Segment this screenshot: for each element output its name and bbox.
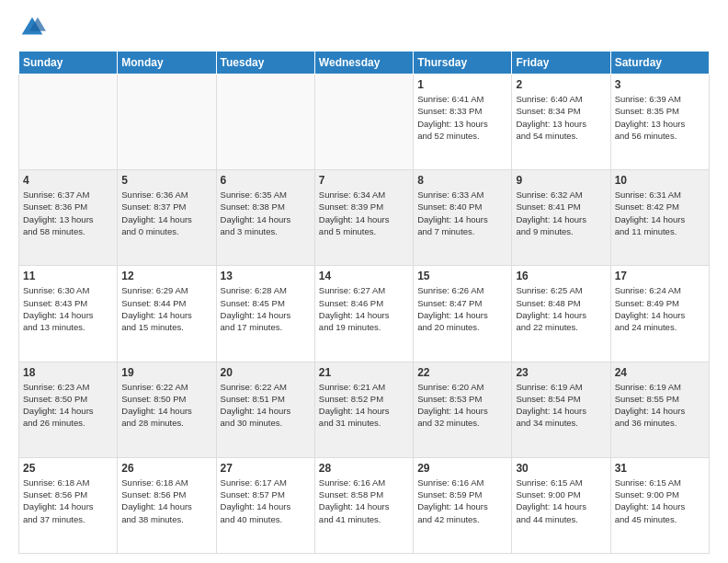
- day-cell: [216, 75, 314, 170]
- header: [18, 14, 710, 41]
- day-info: Sunrise: 6:37 AM Sunset: 8:36 PM Dayligh…: [23, 189, 113, 237]
- page: SundayMondayTuesdayWednesdayThursdayFrid…: [0, 0, 728, 563]
- day-cell: 31Sunrise: 6:15 AM Sunset: 9:00 PM Dayli…: [610, 457, 709, 553]
- day-number: 2: [516, 78, 606, 91]
- logo-icon: [18, 14, 46, 41]
- day-number: 10: [615, 174, 705, 187]
- day-number: 18: [23, 366, 113, 379]
- day-info: Sunrise: 6:16 AM Sunset: 8:59 PM Dayligh…: [417, 477, 507, 525]
- day-info: Sunrise: 6:41 AM Sunset: 8:33 PM Dayligh…: [417, 93, 507, 142]
- day-number: 25: [23, 462, 113, 475]
- day-info: Sunrise: 6:34 AM Sunset: 8:39 PM Dayligh…: [319, 189, 409, 237]
- day-number: 17: [615, 270, 705, 282]
- day-info: Sunrise: 6:25 AM Sunset: 8:48 PM Dayligh…: [516, 284, 606, 333]
- day-cell: 11Sunrise: 6:30 AM Sunset: 8:43 PM Dayli…: [19, 266, 118, 362]
- day-cell: 15Sunrise: 6:26 AM Sunset: 8:47 PM Dayli…: [414, 266, 512, 362]
- day-number: 22: [417, 366, 507, 379]
- header-wednesday: Wednesday: [314, 52, 413, 75]
- day-cell: 9Sunrise: 6:32 AM Sunset: 8:41 PM Daylig…: [512, 170, 610, 266]
- calendar-body: 1Sunrise: 6:41 AM Sunset: 8:33 PM Daylig…: [19, 75, 710, 554]
- logo: [18, 14, 51, 41]
- header-friday: Friday: [512, 52, 610, 75]
- week-row-3: 11Sunrise: 6:30 AM Sunset: 8:43 PM Dayli…: [19, 266, 710, 362]
- day-number: 15: [417, 270, 507, 282]
- day-info: Sunrise: 6:31 AM Sunset: 8:42 PM Dayligh…: [615, 189, 705, 237]
- day-number: 12: [121, 270, 211, 282]
- header-sunday: Sunday: [19, 52, 118, 75]
- day-info: Sunrise: 6:19 AM Sunset: 8:54 PM Dayligh…: [516, 381, 606, 430]
- day-number: 31: [615, 462, 705, 475]
- header-tuesday: Tuesday: [216, 52, 314, 75]
- day-cell: 1Sunrise: 6:41 AM Sunset: 8:33 PM Daylig…: [414, 75, 512, 170]
- day-info: Sunrise: 6:28 AM Sunset: 8:45 PM Dayligh…: [221, 284, 311, 333]
- day-cell: 13Sunrise: 6:28 AM Sunset: 8:45 PM Dayli…: [216, 266, 314, 362]
- header-monday: Monday: [118, 52, 216, 75]
- day-cell: 2Sunrise: 6:40 AM Sunset: 8:34 PM Daylig…: [512, 75, 610, 170]
- day-number: 27: [221, 462, 311, 475]
- day-number: 3: [615, 78, 705, 91]
- day-info: Sunrise: 6:22 AM Sunset: 8:51 PM Dayligh…: [221, 381, 311, 430]
- header-saturday: Saturday: [610, 52, 709, 75]
- day-number: 30: [516, 462, 606, 475]
- week-row-1: 1Sunrise: 6:41 AM Sunset: 8:33 PM Daylig…: [19, 75, 710, 170]
- day-cell: 22Sunrise: 6:20 AM Sunset: 8:53 PM Dayli…: [414, 362, 512, 457]
- day-cell: 14Sunrise: 6:27 AM Sunset: 8:46 PM Dayli…: [314, 266, 413, 362]
- day-info: Sunrise: 6:29 AM Sunset: 8:44 PM Dayligh…: [121, 284, 211, 333]
- day-info: Sunrise: 6:16 AM Sunset: 8:58 PM Dayligh…: [319, 477, 409, 525]
- day-number: 5: [121, 174, 211, 187]
- day-cell: 3Sunrise: 6:39 AM Sunset: 8:35 PM Daylig…: [610, 75, 709, 170]
- day-info: Sunrise: 6:35 AM Sunset: 8:38 PM Dayligh…: [221, 189, 311, 237]
- calendar-header: SundayMondayTuesdayWednesdayThursdayFrid…: [19, 52, 710, 75]
- day-number: 11: [23, 270, 113, 282]
- day-info: Sunrise: 6:24 AM Sunset: 8:49 PM Dayligh…: [615, 284, 705, 333]
- day-cell: 27Sunrise: 6:17 AM Sunset: 8:57 PM Dayli…: [216, 457, 314, 553]
- day-number: 16: [516, 270, 606, 282]
- day-number: 20: [221, 366, 311, 379]
- day-cell: 29Sunrise: 6:16 AM Sunset: 8:59 PM Dayli…: [414, 457, 512, 553]
- day-cell: [19, 75, 118, 170]
- day-cell: 21Sunrise: 6:21 AM Sunset: 8:52 PM Dayli…: [314, 362, 413, 457]
- day-cell: 28Sunrise: 6:16 AM Sunset: 8:58 PM Dayli…: [314, 457, 413, 553]
- day-cell: 24Sunrise: 6:19 AM Sunset: 8:55 PM Dayli…: [610, 362, 709, 457]
- day-cell: 17Sunrise: 6:24 AM Sunset: 8:49 PM Dayli…: [610, 266, 709, 362]
- day-number: 9: [516, 174, 606, 187]
- day-number: 29: [417, 462, 507, 475]
- day-number: 8: [417, 174, 507, 187]
- day-number: 24: [615, 366, 705, 379]
- day-info: Sunrise: 6:18 AM Sunset: 8:56 PM Dayligh…: [23, 477, 113, 525]
- day-cell: 7Sunrise: 6:34 AM Sunset: 8:39 PM Daylig…: [314, 170, 413, 266]
- day-cell: [118, 75, 216, 170]
- day-number: 4: [23, 174, 113, 187]
- day-cell: 23Sunrise: 6:19 AM Sunset: 8:54 PM Dayli…: [512, 362, 610, 457]
- day-number: 14: [319, 270, 409, 282]
- day-number: 6: [221, 174, 311, 187]
- day-info: Sunrise: 6:19 AM Sunset: 8:55 PM Dayligh…: [615, 381, 705, 430]
- day-cell: 25Sunrise: 6:18 AM Sunset: 8:56 PM Dayli…: [19, 457, 118, 553]
- week-row-2: 4Sunrise: 6:37 AM Sunset: 8:36 PM Daylig…: [19, 170, 710, 266]
- day-cell: 5Sunrise: 6:36 AM Sunset: 8:37 PM Daylig…: [118, 170, 216, 266]
- day-info: Sunrise: 6:15 AM Sunset: 9:00 PM Dayligh…: [615, 477, 705, 525]
- day-cell: 19Sunrise: 6:22 AM Sunset: 8:50 PM Dayli…: [118, 362, 216, 457]
- day-info: Sunrise: 6:33 AM Sunset: 8:40 PM Dayligh…: [417, 189, 507, 237]
- day-info: Sunrise: 6:26 AM Sunset: 8:47 PM Dayligh…: [417, 284, 507, 333]
- day-cell: 6Sunrise: 6:35 AM Sunset: 8:38 PM Daylig…: [216, 170, 314, 266]
- day-number: 28: [319, 462, 409, 475]
- week-row-5: 25Sunrise: 6:18 AM Sunset: 8:56 PM Dayli…: [19, 457, 710, 553]
- day-number: 19: [121, 366, 211, 379]
- day-cell: 20Sunrise: 6:22 AM Sunset: 8:51 PM Dayli…: [216, 362, 314, 457]
- day-number: 26: [121, 462, 211, 475]
- day-number: 1: [417, 78, 507, 91]
- day-info: Sunrise: 6:23 AM Sunset: 8:50 PM Dayligh…: [23, 381, 113, 430]
- day-info: Sunrise: 6:36 AM Sunset: 8:37 PM Dayligh…: [121, 189, 211, 237]
- day-number: 7: [319, 174, 409, 187]
- day-info: Sunrise: 6:22 AM Sunset: 8:50 PM Dayligh…: [121, 381, 211, 430]
- day-cell: 26Sunrise: 6:18 AM Sunset: 8:56 PM Dayli…: [118, 457, 216, 553]
- day-info: Sunrise: 6:32 AM Sunset: 8:41 PM Dayligh…: [516, 189, 606, 237]
- day-cell: 10Sunrise: 6:31 AM Sunset: 8:42 PM Dayli…: [610, 170, 709, 266]
- day-info: Sunrise: 6:30 AM Sunset: 8:43 PM Dayligh…: [23, 284, 113, 333]
- day-number: 13: [221, 270, 311, 282]
- day-info: Sunrise: 6:18 AM Sunset: 8:56 PM Dayligh…: [121, 477, 211, 525]
- day-info: Sunrise: 6:17 AM Sunset: 8:57 PM Dayligh…: [221, 477, 311, 525]
- day-cell: 4Sunrise: 6:37 AM Sunset: 8:36 PM Daylig…: [19, 170, 118, 266]
- day-number: 21: [319, 366, 409, 379]
